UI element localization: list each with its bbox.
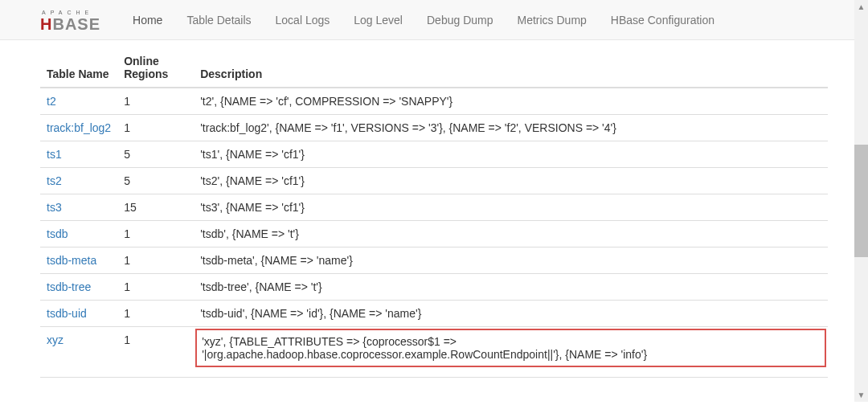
nav-item-metrics-dump[interactable]: Metrics Dump <box>505 1 598 39</box>
description-cell: 'ts1', {NAME => 'cf1'} <box>194 141 828 168</box>
hbase-logo[interactable]: APACHE HBASE <box>40 8 100 32</box>
table-name-cell: tsdb-uid <box>40 301 117 327</box>
nav-item-hbase-configuration[interactable]: HBase Configuration <box>599 1 727 39</box>
table-link[interactable]: tsdb <box>47 227 68 240</box>
table-row: xyz1'xyz', {TABLE_ATTRIBUTES => {coproce… <box>40 327 828 370</box>
col-header-name: Table Name <box>40 48 117 88</box>
nav-item-log-level[interactable]: Log Level <box>342 1 415 39</box>
table-row: tsdb-uid1'tsdb-uid', {NAME => 'id'}, {NA… <box>40 301 828 327</box>
table-row: tsdb1'tsdb', {NAME => 't'} <box>40 221 828 248</box>
table-row: tsdb-meta1'tsdb-meta', {NAME => 'name'} <box>40 248 828 274</box>
scroll-up-icon[interactable]: ▲ <box>854 0 868 14</box>
description-cell: 'tsdb-tree', {NAME => 't'} <box>194 274 828 301</box>
col-header-regions: Online Regions <box>117 48 194 88</box>
description-cell: 'tsdb', {NAME => 't'} <box>194 221 828 248</box>
table-link[interactable]: tsdb-uid <box>47 307 87 320</box>
table-name-cell: tsdb-tree <box>40 274 117 301</box>
description-cell: 'tsdb-uid', {NAME => 'id'}, {NAME => 'na… <box>194 301 828 327</box>
table-row: t21't2', {NAME => 'cf', COMPRESSION => '… <box>40 88 828 115</box>
online-regions-cell: 1 <box>117 248 194 274</box>
table-row: ts315'ts3', {NAME => 'cf1'} <box>40 194 828 221</box>
description-cell: 'xyz', {TABLE_ATTRIBUTES => {coprocessor… <box>194 327 828 370</box>
table-name-cell: ts1 <box>40 141 117 168</box>
online-regions-cell: 1 <box>117 115 194 141</box>
online-regions-cell: 1 <box>117 88 194 115</box>
table-link[interactable]: track:bf_log2 <box>47 121 111 134</box>
online-regions-cell: 1 <box>117 327 194 370</box>
online-regions-cell: 1 <box>117 221 194 248</box>
description-cell: 't2', {NAME => 'cf', COMPRESSION => 'SNA… <box>194 88 828 115</box>
content: Table Name Online Regions Description t2… <box>0 40 868 402</box>
scrollbar-thumb[interactable] <box>854 145 868 257</box>
table-name-cell: ts3 <box>40 194 117 221</box>
tables-table: Table Name Online Regions Description t2… <box>40 48 828 369</box>
nav-item-local-logs[interactable]: Local Logs <box>264 1 342 39</box>
table-link[interactable]: ts3 <box>47 201 62 214</box>
navbar: APACHE HBASE HomeTable DetailsLocal Logs… <box>0 0 868 40</box>
table-name-cell: ts2 <box>40 168 117 194</box>
table-name-cell: tsdb-meta <box>40 248 117 274</box>
table-name-cell: t2 <box>40 88 117 115</box>
logo-main: HBASE <box>40 16 100 32</box>
description-cell: 'ts3', {NAME => 'cf1'} <box>194 194 828 221</box>
table-row: ts25'ts2', {NAME => 'cf1'} <box>40 168 828 194</box>
table-link[interactable]: tsdb-meta <box>47 254 96 267</box>
bottom-separator <box>40 377 828 378</box>
online-regions-cell: 1 <box>117 301 194 327</box>
nav-item-debug-dump[interactable]: Debug Dump <box>415 1 506 39</box>
table-link[interactable]: t2 <box>47 95 56 108</box>
scrollbar-track[interactable]: ▲ ▼ <box>854 0 868 402</box>
table-row: tsdb-tree1'tsdb-tree', {NAME => 't'} <box>40 274 828 301</box>
nav-items: HomeTable DetailsLocal LogsLog LevelDebu… <box>121 1 727 39</box>
description-cell: 'ts2', {NAME => 'cf1'} <box>194 168 828 194</box>
online-regions-cell: 1 <box>117 274 194 301</box>
table-link[interactable]: tsdb-tree <box>47 280 91 293</box>
table-link[interactable]: xyz <box>47 333 63 346</box>
description-cell: 'track:bf_log2', {NAME => 'f1', VERSIONS… <box>194 115 828 141</box>
online-regions-cell: 15 <box>117 194 194 221</box>
table-link[interactable]: ts1 <box>47 148 62 161</box>
table-link[interactable]: ts2 <box>47 174 62 187</box>
table-row: track:bf_log21'track:bf_log2', {NAME => … <box>40 115 828 141</box>
nav-item-home[interactable]: Home <box>121 1 174 39</box>
online-regions-cell: 5 <box>117 168 194 194</box>
logo-top: APACHE <box>42 10 93 15</box>
highlighted-description: 'xyz', {TABLE_ATTRIBUTES => {coprocessor… <box>195 329 826 367</box>
col-header-desc: Description <box>194 48 828 88</box>
table-name-cell: tsdb <box>40 221 117 248</box>
nav-item-table-details[interactable]: Table Details <box>174 1 263 39</box>
table-row: ts15'ts1', {NAME => 'cf1'} <box>40 141 828 168</box>
online-regions-cell: 5 <box>117 141 194 168</box>
description-cell: 'tsdb-meta', {NAME => 'name'} <box>194 248 828 274</box>
table-name-cell: track:bf_log2 <box>40 115 117 141</box>
scroll-down-icon[interactable]: ▼ <box>854 388 868 402</box>
table-name-cell: xyz <box>40 327 117 370</box>
